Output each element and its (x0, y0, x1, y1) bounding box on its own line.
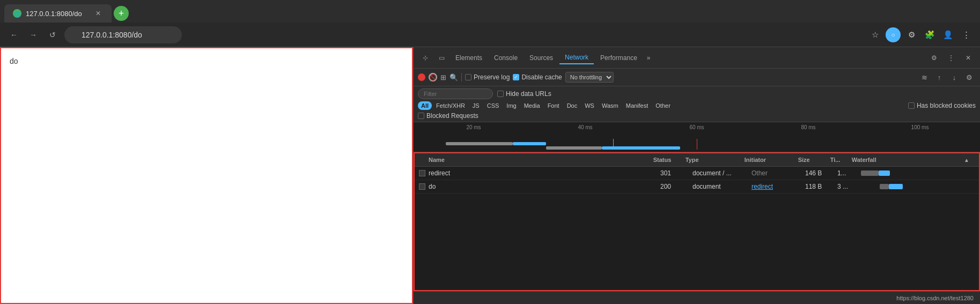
cell-time-2: 3 ... (837, 183, 859, 190)
forward-button[interactable]: → (26, 27, 41, 42)
cell-name-2: do (429, 183, 660, 190)
wf-bar-1-blue (879, 170, 890, 176)
network-table[interactable]: Name Status Type Initiator Size Ti... Wa… (414, 152, 980, 291)
cell-waterfall-1 (859, 169, 975, 177)
filter-type-css[interactable]: CSS (484, 101, 503, 110)
timeline-content (418, 139, 976, 150)
filter-type-ws[interactable]: WS (581, 101, 598, 110)
blocked-requests-text: Blocked Requests (426, 112, 478, 120)
puzzle-icon[interactable]: 🧩 (922, 27, 937, 42)
devtools-more-options-icon[interactable]: ⋮ (944, 50, 959, 65)
devtools-device-icon[interactable]: ▭ (434, 50, 449, 65)
wifi-icon[interactable]: ≋ (918, 71, 931, 84)
browser-toolbar-right: ☆ ○ ⚙ 🧩 👤 ⋮ (867, 27, 974, 42)
tab-close-button[interactable]: ✕ (93, 9, 103, 18)
timeline-label-2: 60 ms (641, 124, 753, 130)
preserve-log-checkbox[interactable] (465, 74, 471, 80)
devtools-tab-actions: ⚙ ⋮ ✕ (926, 50, 976, 65)
col-header-waterfall[interactable]: Waterfall (852, 157, 964, 163)
address-input[interactable] (64, 26, 182, 43)
throttle-select[interactable]: No throttling (565, 72, 614, 83)
bookmark-icon[interactable]: ☆ (867, 27, 882, 42)
filter-bar: Hide data URLs All Fetch/XHR JS CSS Img … (414, 86, 980, 122)
filter-type-js[interactable]: JS (469, 101, 483, 110)
devtools-settings-icon[interactable]: ⚙ (926, 50, 941, 65)
clear-button[interactable]: 🚫 (429, 73, 437, 81)
filter-type-manifest[interactable]: Manifest (623, 101, 652, 110)
extension-icon[interactable]: ⚙ (904, 27, 919, 42)
cell-status-1: 301 (660, 169, 692, 177)
address-bar: ← → ↺ ⓘ ☆ ○ ⚙ 🧩 👤 ⋮ (0, 23, 980, 47)
filter-row1: Hide data URLs (418, 88, 976, 99)
blocked-requests-row: Blocked Requests (418, 112, 976, 120)
tab-title: 127.0.0.1:8080/do (26, 10, 89, 18)
hide-data-urls-checkbox[interactable] (497, 91, 504, 97)
preserve-log-label[interactable]: Preserve log (465, 73, 510, 81)
filter-type-all[interactable]: All (418, 101, 432, 110)
initiator-link-2[interactable]: redirect (751, 183, 773, 190)
col-header-status[interactable]: Status (653, 157, 686, 163)
cell-type-2: document (692, 183, 751, 190)
profile-circle-icon[interactable]: ○ (886, 27, 901, 42)
webpage-content: do (1, 48, 412, 74)
filter-type-fetch-xhr[interactable]: Fetch/XHR (433, 101, 468, 110)
has-blocked-cookies-checkbox[interactable] (908, 102, 915, 109)
table-row[interactable]: redirect 301 document / ... Other 146 B … (415, 167, 979, 180)
preserve-log-text: Preserve log (474, 73, 510, 81)
timeline-bar-2-gray (546, 146, 602, 150)
cell-initiator-2[interactable]: redirect (751, 183, 805, 190)
devtools-cursor-icon[interactable]: ⊹ (418, 50, 433, 65)
filter-type-img[interactable]: Img (503, 101, 519, 110)
tab-elements[interactable]: Elements (450, 52, 488, 64)
network-icons: ≋ ↑ ↓ ⚙ (918, 71, 976, 84)
cell-size-2: 118 B (805, 183, 837, 190)
timeline-vertical-blue (613, 139, 614, 150)
browser-menu-icon[interactable]: ⋮ (959, 27, 974, 42)
person-icon[interactable]: 👤 (940, 27, 955, 42)
upload-icon[interactable]: ↑ (933, 71, 946, 84)
network-toolbar: 🚫 ⊞ 🔍 Preserve log ✓ Disable cache No th… (414, 69, 980, 86)
col-header-size[interactable]: Size (798, 157, 830, 163)
filter-type-wasm[interactable]: Wasm (599, 101, 622, 110)
devtools-close-button[interactable]: ✕ (961, 50, 976, 65)
back-button[interactable]: ← (6, 27, 21, 42)
address-wrapper: ⓘ (64, 26, 247, 43)
filter-input[interactable] (418, 88, 493, 99)
tab-network[interactable]: Network (559, 51, 594, 64)
tab-console[interactable]: Console (489, 52, 523, 64)
col-header-initiator[interactable]: Initiator (745, 157, 798, 163)
table-row[interactable]: do 200 document redirect 118 B 3 ... (415, 180, 979, 194)
disable-cache-checkbox[interactable]: ✓ (513, 74, 519, 80)
reload-button[interactable]: ↺ (45, 27, 60, 42)
webpage-area: do (0, 47, 413, 304)
row-checkbox-1[interactable] (419, 170, 425, 176)
filter-type-media[interactable]: Media (521, 101, 543, 110)
timeline-label-3: 80 ms (753, 124, 864, 130)
timeline-vertical-red (697, 139, 697, 150)
disable-cache-label[interactable]: ✓ Disable cache (513, 73, 562, 81)
cell-name-1: redirect (429, 169, 660, 177)
timeline-label-0: 20 ms (418, 124, 529, 130)
has-blocked-cookies-label[interactable]: Has blocked cookies (908, 102, 976, 109)
row-checkbox-2[interactable] (419, 183, 425, 190)
active-tab[interactable]: 🌐 127.0.0.1:8080/do ✕ (4, 4, 112, 23)
tab-favicon: 🌐 (13, 9, 21, 18)
filter-type-doc[interactable]: Doc (564, 101, 581, 110)
search-icon[interactable]: 🔍 (450, 73, 458, 81)
new-tab-button[interactable]: + (114, 6, 129, 21)
timeline-bar: 20 ms 40 ms 60 ms 80 ms 100 ms (414, 122, 980, 152)
record-button[interactable] (418, 73, 425, 81)
network-settings-icon[interactable]: ⚙ (963, 71, 976, 84)
download-icon[interactable]: ↓ (948, 71, 961, 84)
col-header-type[interactable]: Type (686, 157, 745, 163)
col-header-name[interactable]: Name (429, 157, 653, 163)
filter-type-other[interactable]: Other (652, 101, 674, 110)
filter-type-font[interactable]: Font (544, 101, 563, 110)
filter-icon[interactable]: ⊞ (440, 73, 446, 81)
col-header-time[interactable]: Ti... (830, 157, 852, 163)
tab-more-icon[interactable]: » (644, 52, 654, 64)
hide-data-urls-label[interactable]: Hide data URLs (497, 90, 551, 98)
tab-performance[interactable]: Performance (595, 52, 643, 64)
tab-sources[interactable]: Sources (524, 52, 558, 64)
blocked-requests-checkbox[interactable] (418, 113, 424, 119)
